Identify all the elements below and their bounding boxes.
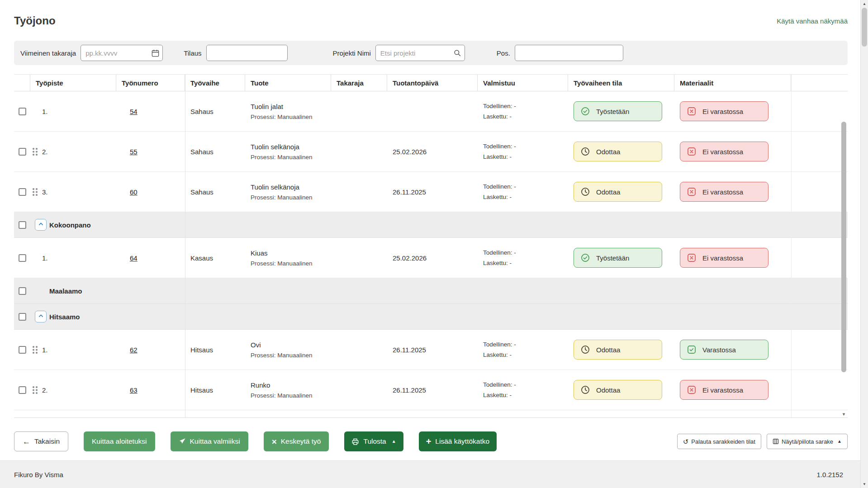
scroll-down-arrow-icon[interactable]: ▼ bbox=[861, 480, 868, 488]
table-header: Työpiste Työnumero Työvaihe Tuote Takara… bbox=[14, 75, 848, 91]
row-checkbox-cell bbox=[14, 330, 30, 370]
table-scrollbar[interactable]: ▼ bbox=[841, 92, 847, 417]
table-scrollbar-thumb[interactable] bbox=[841, 122, 846, 372]
material-status-badge: Ei varastossa bbox=[680, 101, 768, 121]
table-scroll-down-arrow-icon[interactable]: ▼ bbox=[841, 412, 847, 417]
x-square-icon bbox=[687, 385, 697, 395]
job-number-link[interactable]: 55 bbox=[130, 148, 138, 156]
drag-slot bbox=[32, 386, 42, 394]
calendar-icon[interactable] bbox=[148, 45, 162, 61]
material-status-badge: Varastossa bbox=[680, 340, 768, 360]
deadline-cell bbox=[331, 132, 387, 171]
materials-cell: Ei varastossa bbox=[674, 91, 791, 131]
group-checkbox-cell bbox=[14, 278, 30, 303]
phase-status-cell: Odottaa bbox=[568, 370, 674, 410]
scroll-up-arrow-icon[interactable]: ▲ bbox=[861, 0, 868, 8]
header-checkbox-cell bbox=[14, 75, 30, 91]
product-cell: KiuasProsessi: Manuaalinen bbox=[245, 238, 331, 278]
work-queue-page: Työjono Käytä vanhaa näkymää Viimeinen t… bbox=[0, 0, 868, 460]
add-downtime-button[interactable]: + Lisää käyttökatko bbox=[419, 431, 497, 451]
phase-status-cell: Odottaa bbox=[568, 172, 674, 212]
work-phase-status-label: Odottaa bbox=[596, 188, 620, 196]
workstation-group-label: Kokoonpano bbox=[49, 221, 91, 229]
job-number-link[interactable]: 54 bbox=[130, 108, 138, 115]
material-status-badge: Ei varastossa bbox=[680, 182, 768, 202]
material-status-label: Ei varastossa bbox=[702, 386, 743, 394]
column-header-work-phase: Työvaihe bbox=[185, 75, 245, 91]
work-phase-status-label: Odottaa bbox=[596, 386, 620, 394]
order-input[interactable] bbox=[207, 45, 287, 61]
production-date: 26.11.2025 bbox=[393, 346, 426, 354]
mark-started-button[interactable]: Kuittaa aloitetuksi bbox=[84, 431, 155, 451]
job-number-link[interactable]: 60 bbox=[130, 188, 138, 196]
column-header-materials: Materiaalit bbox=[674, 75, 791, 91]
deadline-input[interactable] bbox=[81, 45, 148, 61]
column-header-workstation: Työpiste bbox=[30, 75, 116, 91]
group-checkbox[interactable] bbox=[19, 287, 26, 295]
material-status-label: Ei varastossa bbox=[702, 254, 743, 262]
back-button[interactable]: ← Takaisin bbox=[14, 431, 68, 451]
deadline-label: Viimeinen takaraja bbox=[20, 49, 76, 57]
deadline-cell bbox=[331, 172, 387, 212]
row-checkbox[interactable] bbox=[19, 254, 26, 262]
product-process: Prosessi: Manuaalinen bbox=[251, 260, 313, 267]
job-number-cell: 54 bbox=[116, 91, 185, 131]
work-phase-cell: Kasaus bbox=[185, 238, 245, 278]
switch-to-old-view-link[interactable]: Käytä vanhaa näkymää bbox=[777, 17, 848, 25]
job-number-link[interactable]: 63 bbox=[130, 386, 138, 394]
row-checkbox-cell bbox=[14, 132, 30, 171]
project-search-input[interactable] bbox=[376, 45, 450, 61]
row-checkbox[interactable] bbox=[19, 386, 26, 394]
group-checkbox[interactable] bbox=[19, 221, 26, 229]
row-checkbox[interactable] bbox=[19, 148, 26, 156]
job-number-link[interactable]: 62 bbox=[130, 346, 138, 354]
order-label: Tilaus bbox=[184, 49, 201, 57]
phase-status-cell: Työstetään bbox=[568, 238, 674, 278]
row-checkbox[interactable] bbox=[19, 108, 26, 115]
restore-columns-button[interactable]: ↺ Palauta sarakkeiden tilat bbox=[677, 434, 761, 449]
interrupt-job-button[interactable]: × Keskeytä työ bbox=[264, 431, 329, 451]
print-button[interactable]: Tulosta ▲ bbox=[344, 431, 403, 451]
product-process: Prosessi: Manuaalinen bbox=[251, 194, 313, 201]
work-phase: Hitsaus bbox=[190, 386, 213, 394]
collapse-group-button[interactable] bbox=[35, 311, 47, 322]
materials-cell: Ei varastossa bbox=[674, 370, 791, 410]
production-date: 26.11.2025 bbox=[393, 188, 426, 196]
product-process: Prosessi: Manuaalinen bbox=[251, 114, 313, 120]
actual-completion: Todellinen: - bbox=[483, 143, 516, 150]
drag-handle[interactable] bbox=[32, 346, 38, 354]
job-number-link[interactable]: 64 bbox=[130, 254, 138, 262]
completes-cell: Todellinen: -Laskettu: - bbox=[478, 370, 568, 410]
drag-handle[interactable] bbox=[32, 188, 38, 196]
mark-done-button[interactable]: Kuittaa valmiiksi bbox=[171, 431, 248, 451]
search-icon bbox=[450, 45, 465, 61]
group-cell: Hitsaamo bbox=[30, 304, 848, 329]
group-cell: Kokoonpano bbox=[30, 212, 848, 237]
row-checkbox[interactable] bbox=[19, 188, 26, 196]
page-title: Työjono bbox=[14, 14, 56, 27]
work-phase-status-badge: Odottaa bbox=[574, 380, 662, 400]
calculated-completion: Laskettu: - bbox=[483, 260, 512, 266]
work-phase-status-label: Odottaa bbox=[596, 148, 620, 156]
calculated-completion: Laskettu: - bbox=[483, 194, 512, 200]
group-checkbox[interactable] bbox=[19, 313, 26, 321]
filter-bar: Viimeinen takaraja Tilaus Projekti Nimi bbox=[14, 41, 848, 65]
position-input[interactable] bbox=[515, 45, 623, 61]
column-header-completes: Valmistuu bbox=[478, 75, 568, 91]
row-checkbox-cell bbox=[14, 370, 30, 410]
group-row: Maalaamo bbox=[14, 278, 848, 304]
drag-handle[interactable] bbox=[32, 386, 38, 394]
product-process: Prosessi: Manuaalinen bbox=[251, 392, 313, 399]
filter-position: Pos. bbox=[497, 45, 623, 61]
page-scrollbar-thumb[interactable] bbox=[862, 8, 867, 47]
drag-handle[interactable] bbox=[32, 147, 38, 156]
collapse-group-button[interactable] bbox=[35, 219, 47, 231]
row-checkbox[interactable] bbox=[19, 346, 26, 354]
project-input-wrap bbox=[375, 45, 465, 61]
material-status-label: Ei varastossa bbox=[702, 188, 743, 196]
toggle-columns-button[interactable]: Näytä/piilota sarake ▲ bbox=[767, 434, 848, 449]
column-separator bbox=[185, 75, 185, 417]
materials-cell: Ei varastossa bbox=[674, 172, 791, 212]
page-scrollbar[interactable]: ▲ ▼ bbox=[860, 0, 868, 488]
x-square-icon bbox=[687, 106, 697, 116]
